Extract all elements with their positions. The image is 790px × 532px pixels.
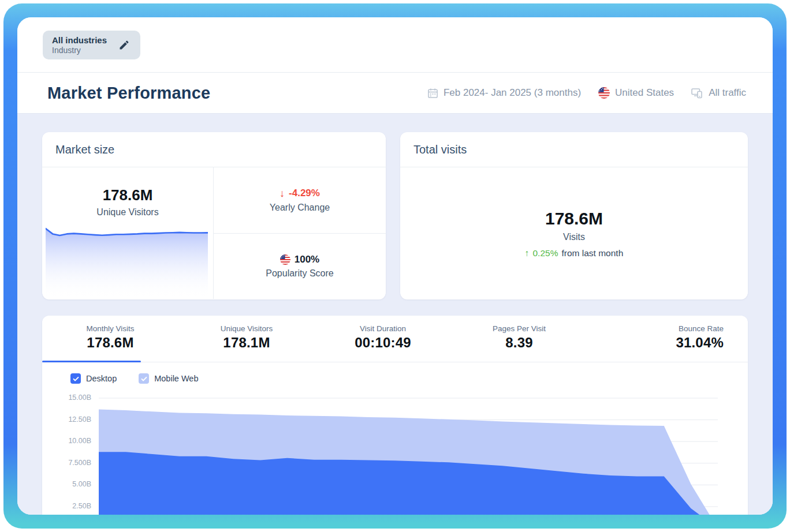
popularity-value-row: 100%	[280, 254, 319, 265]
date-range-filter[interactable]: Feb 2024- Jan 2025 (3 months)	[427, 87, 581, 99]
y-axis-tick-label: 7.500B	[53, 459, 91, 467]
y-axis-tick-label: 2.50B	[53, 502, 91, 510]
stacked-area-chart	[99, 394, 718, 515]
y-axis-tick-label: 10.00B	[53, 437, 91, 445]
top-bar: All industries Industry	[17, 17, 773, 72]
metric-tab-visit-duration[interactable]: Visit Duration00:10:49	[315, 316, 451, 362]
page-title: Market Performance	[47, 84, 210, 103]
metric-tab-unique-visitors[interactable]: Unique Visitors178.1M	[178, 316, 315, 362]
yearly-change-cell: ↓ -4.29% Yearly Change	[214, 167, 386, 234]
yearly-change-value-row: ↓ -4.29%	[280, 188, 320, 200]
y-axis-tick-label: 5.00B	[53, 480, 91, 488]
country-filter[interactable]: United States	[598, 87, 674, 99]
metric-value: 8.39	[451, 335, 587, 351]
legend-checkbox-desktop[interactable]: Desktop	[70, 373, 117, 384]
checkbox-icon[interactable]	[70, 373, 81, 384]
chart-legend: DesktopMobile Web	[70, 373, 748, 384]
industry-chip-label: Industry	[52, 46, 107, 55]
dashboard-body: Market size 178.6M Unique Visitors ↓ -4	[17, 113, 773, 515]
unique-visitors-value: 178.6M	[42, 186, 213, 204]
page-header: Market Performance Feb 2024- Jan 2025 (3…	[17, 72, 773, 113]
total-visits-body: 178.6M Visits ↑ 0.25% from last month	[400, 167, 748, 299]
market-size-grid: 178.6M Unique Visitors ↓ -4.29% Yearly C…	[42, 167, 386, 299]
calendar-icon	[427, 88, 438, 99]
total-visits-change: ↑ 0.25% from last month	[525, 248, 624, 258]
metric-label: Bounce Rate	[587, 324, 724, 333]
y-axis-tick-label: 15.00B	[53, 394, 91, 402]
unique-visitors-sparkline-chart	[46, 226, 208, 299]
market-size-card: Market size 178.6M Unique Visitors ↓ -4	[42, 132, 386, 299]
active-tab-underline	[42, 361, 141, 362]
unique-visitors-label: Unique Visitors	[42, 207, 213, 218]
metric-value: 31.04%	[587, 335, 724, 351]
metric-label: Monthly Visits	[42, 324, 178, 333]
gradient-frame: All industries Industry Market Performan…	[3, 3, 787, 529]
industry-chip-text: All industries Industry	[52, 35, 107, 55]
metric-tabs-row: Monthly Visits178.6MUnique Visitors178.1…	[42, 316, 748, 362]
metric-value: 00:10:49	[315, 335, 451, 351]
metric-tab-pages-per-visit[interactable]: Pages Per Visit8.39	[451, 316, 587, 362]
metric-label: Unique Visitors	[178, 324, 315, 333]
legend-label: Mobile Web	[154, 374, 198, 383]
total-visits-title: Total visits	[400, 132, 748, 167]
market-size-title: Market size	[42, 132, 386, 167]
traffic-chart-area: 15.00B12.50B10.00B7.500B5.00B2.50B	[42, 394, 748, 515]
header-filters: Feb 2024- Jan 2025 (3 months) United Sta…	[427, 87, 746, 99]
metric-value: 178.6M	[42, 335, 178, 351]
total-visits-value: 178.6M	[545, 209, 603, 228]
metric-tab-bounce-rate[interactable]: Bounce Rate31.04%	[587, 316, 748, 362]
total-visits-label: Visits	[563, 232, 585, 242]
popularity-label: Popularity Score	[266, 268, 333, 279]
popularity-score-cell: 100% Popularity Score	[214, 234, 386, 299]
summary-cards-row: Market size 178.6M Unique Visitors ↓ -4	[42, 132, 748, 299]
date-range-label: Feb 2024- Jan 2025 (3 months)	[444, 87, 581, 99]
metric-label: Pages Per Visit	[451, 324, 587, 333]
legend-label: Desktop	[86, 374, 117, 383]
metric-value: 178.1M	[178, 335, 315, 351]
traffic-metrics-card: Monthly Visits178.6MUnique Visitors178.1…	[42, 316, 748, 515]
unique-visitors-cell: 178.6M Unique Visitors	[42, 167, 214, 299]
popularity-value: 100%	[295, 254, 319, 265]
country-label: United States	[615, 87, 674, 99]
arrow-down-icon: ↓	[280, 188, 285, 200]
arrow-up-icon: ↑	[525, 248, 530, 258]
edit-pencil-icon[interactable]	[118, 39, 130, 51]
change-text: from last month	[561, 248, 623, 258]
market-size-right-column: ↓ -4.29% Yearly Change 100% Popu	[214, 167, 386, 299]
total-visits-card: Total visits 178.6M Visits ↑ 0.25% from …	[400, 132, 748, 299]
industry-filter-chip[interactable]: All industries Industry	[43, 31, 140, 59]
us-flag-icon	[598, 87, 610, 99]
y-axis-tick-label: 12.50B	[53, 415, 91, 424]
us-flag-icon	[280, 254, 290, 265]
app-window: All industries Industry Market Performan…	[17, 17, 773, 515]
checkbox-icon[interactable]	[139, 373, 149, 384]
metric-label: Visit Duration	[315, 324, 451, 333]
change-percent: 0.25%	[532, 248, 558, 258]
industry-chip-value: All industries	[52, 35, 107, 45]
traffic-label: All traffic	[709, 87, 746, 99]
devices-icon	[691, 88, 703, 99]
yearly-change-label: Yearly Change	[270, 203, 330, 213]
yearly-change-value: -4.29%	[289, 188, 320, 199]
legend-checkbox-mobile-web[interactable]: Mobile Web	[139, 373, 198, 384]
metric-tab-monthly-visits[interactable]: Monthly Visits178.6M	[42, 316, 178, 362]
traffic-filter[interactable]: All traffic	[691, 87, 746, 99]
